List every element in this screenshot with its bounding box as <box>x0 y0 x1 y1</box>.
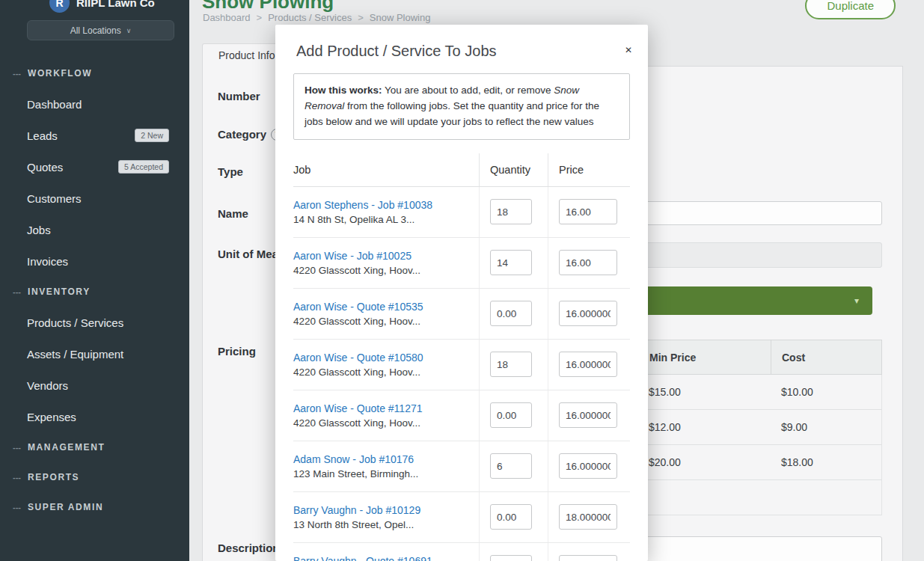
job-link[interactable]: Barry Vaughn - Job #10129 <box>293 504 420 516</box>
pricing-cell: $9.00 <box>771 410 883 444</box>
quantity-cell <box>479 289 548 339</box>
quantity-input[interactable] <box>490 352 532 377</box>
job-address: 13 North 8th Street, Opel... <box>293 519 414 530</box>
job-link[interactable]: Barry Vaughn - Quote #10691 <box>293 555 432 561</box>
company-logo: R <box>49 0 70 13</box>
sidebar-item-label: Leads <box>27 129 58 142</box>
quantity-input[interactable] <box>490 453 532 479</box>
tab-label: Product Info <box>218 49 275 61</box>
col-price: Price <box>548 153 630 186</box>
job-row: Aaron Wise - Quote #112714220 Glasscott … <box>293 390 630 441</box>
job-link[interactable]: Aaron Wise - Job #10025 <box>293 250 411 262</box>
job-cell: Aaron Wise - Quote #105354220 Glasscott … <box>293 289 479 339</box>
price-cell <box>548 289 630 339</box>
pricing-cell: $20.00 <box>638 445 771 479</box>
price-input[interactable] <box>559 555 617 561</box>
sidebar-section-workflow[interactable]: ---WORKFLOW <box>0 58 189 88</box>
breadcrumb-item[interactable]: Snow Plowing <box>370 12 431 23</box>
breadcrumb: Dashboard>Products / Services>Snow Plowi… <box>203 12 430 23</box>
price-input[interactable] <box>559 199 617 224</box>
sidebar-item-customers[interactable]: Customers <box>0 183 189 214</box>
name-label: Name <box>218 207 248 220</box>
app-window: R RIIPL Lawn Co All Locations ∨ ---WORKF… <box>0 0 924 561</box>
quantity-input[interactable] <box>490 250 532 275</box>
quantity-input[interactable] <box>490 199 532 224</box>
price-input[interactable] <box>559 250 617 275</box>
job-cell: Aaron Stephens - Job #1003814 N 8th St, … <box>293 187 479 237</box>
breadcrumb-item[interactable]: Dashboard <box>203 12 251 23</box>
sidebar-section-reports[interactable]: ---REPORTS <box>0 462 189 492</box>
sidebar-section-management[interactable]: ---MANAGEMENT <box>0 432 189 462</box>
quantity-input[interactable] <box>490 504 532 530</box>
note-text-1: You are about to add, edit, or remove <box>382 85 554 96</box>
sidebar-section-super-admin[interactable]: ---SUPER ADMIN <box>0 492 189 522</box>
pricing-cell: $12.00 <box>638 410 771 444</box>
sidebar-item-expenses[interactable]: Expenses <box>0 401 189 432</box>
quantity-cell <box>479 390 548 441</box>
sidebar-item-invoices[interactable]: Invoices <box>0 245 189 277</box>
job-cell: Aaron Wise - Quote #112714220 Glasscott … <box>293 390 479 441</box>
job-address: 123 Main Street, Birmingh... <box>293 468 418 479</box>
dropdown-caret-icon: ▾ <box>854 295 859 306</box>
company-name: RIIPL Lawn Co <box>76 0 155 9</box>
job-address: 4220 Glasscott Xing, Hoov... <box>293 417 420 429</box>
close-icon[interactable]: ✕ <box>625 45 632 55</box>
sidebar-item-label: Jobs <box>27 224 51 236</box>
job-link[interactable]: Aaron Wise - Quote #11271 <box>293 402 423 414</box>
quantity-input[interactable] <box>490 301 532 326</box>
pricing-label: Pricing <box>218 345 256 358</box>
sidebar-item-dashboard[interactable]: Dashboard <box>0 88 189 120</box>
sidebar-section-label: MANAGEMENT <box>28 442 105 453</box>
chevron-down-icon: ∨ <box>126 27 132 34</box>
sidebar-item-leads[interactable]: Leads2 New <box>0 120 189 151</box>
price-input[interactable] <box>559 402 617 428</box>
price-input[interactable] <box>559 504 617 530</box>
job-row: Barry Vaughn - Job #1012913 North 8th St… <box>293 492 630 543</box>
pricing-empty-cell <box>638 480 771 515</box>
price-cell <box>548 187 630 237</box>
price-cell <box>548 390 630 441</box>
quantity-input[interactable] <box>490 555 532 561</box>
location-selector[interactable]: All Locations ∨ <box>27 20 174 40</box>
quantity-cell <box>479 238 548 288</box>
price-cell <box>548 492 630 542</box>
sidebar-section-inventory[interactable]: ---INVENTORY <box>0 277 189 307</box>
price-input[interactable] <box>559 352 617 377</box>
job-row: Adam Snow - Job #10176123 Main Street, B… <box>293 441 630 492</box>
section-dashes-icon: --- <box>13 503 21 512</box>
sidebar-item-jobs[interactable]: Jobs <box>0 214 189 245</box>
sidebar-item-label: Products / Services <box>27 316 123 329</box>
description-label: Description <box>218 542 280 554</box>
jobs-table: Job Quantity Price Aaron Stephens - Job … <box>293 153 630 561</box>
pricing-col-cost: Cost <box>771 340 883 374</box>
job-row: Aaron Wise - Quote #105354220 Glasscott … <box>293 289 630 340</box>
job-cell: Barry Vaughn - Job #1012913 North 8th St… <box>293 492 479 542</box>
job-link[interactable]: Aaron Wise - Quote #10580 <box>293 352 423 364</box>
pricing-col-min-price: Min Price <box>638 340 771 374</box>
job-address: 14 N 8th St, Opelika AL 3... <box>293 214 414 225</box>
quantity-cell <box>479 441 548 491</box>
job-link[interactable]: Aaron Wise - Quote #10535 <box>293 301 423 313</box>
job-link[interactable]: Adam Snow - Job #10176 <box>293 453 414 465</box>
pricing-cell: $15.00 <box>638 375 771 409</box>
duplicate-button[interactable]: Duplicate <box>805 0 896 19</box>
pricing-cell: $18.00 <box>771 445 883 479</box>
sidebar-item-quotes[interactable]: Quotes5 Accepted <box>0 151 189 183</box>
modal-title: Add Product / Service To Jobs <box>296 43 627 60</box>
sidebar-item-label: Assets / Equipment <box>27 348 123 361</box>
price-input[interactable] <box>559 301 617 326</box>
job-address: 4220 Glasscott Xing, Hoov... <box>293 265 420 276</box>
logo-letter: R <box>55 0 63 9</box>
sidebar-item-assets-equipment[interactable]: Assets / Equipment <box>0 338 189 370</box>
sidebar-item-badge: 2 New <box>135 129 169 142</box>
breadcrumb-item[interactable]: Products / Services <box>268 12 352 23</box>
section-dashes-icon: --- <box>13 443 21 452</box>
job-link[interactable]: Aaron Stephens - Job #10038 <box>293 199 432 211</box>
quantity-cell <box>479 340 548 390</box>
sidebar-item-products-services[interactable]: Products / Services <box>0 307 189 338</box>
sidebar-item-vendors[interactable]: Vendors <box>0 370 189 401</box>
price-input[interactable] <box>559 453 617 479</box>
section-dashes-icon: --- <box>13 287 21 296</box>
quantity-input[interactable] <box>490 402 532 428</box>
job-row: Barry Vaughn - Quote #1069113 North 8th … <box>293 543 630 561</box>
